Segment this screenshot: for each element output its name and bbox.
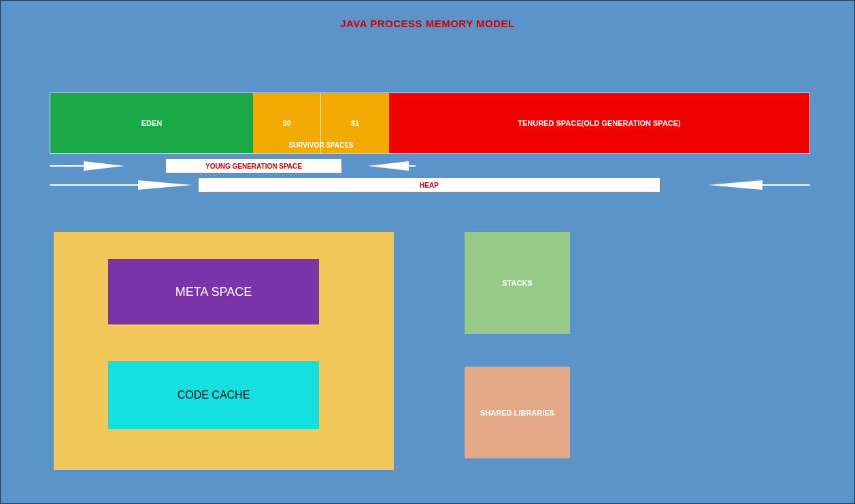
tenured-space: TENURED SPACE(OLD GENERATION SPACE) [389,93,809,153]
survivor-spaces-label: SURVIVOR SPACES [253,141,389,149]
eden-space: EDEN [50,93,253,153]
ribbon-line [759,184,810,186]
ribbon-tail [708,180,762,190]
survivor-spaces: S0 S1 SURVIVOR SPACES [253,93,389,153]
heap-label: HEAP [198,178,660,192]
ribbon-tail [138,180,192,190]
ribbon-line [50,165,84,167]
meta-space: META SPACE [108,259,319,324]
diagram-title: JAVA PROCESS MEMORY MODEL [1,18,854,29]
shared-libraries: SHARED LIBRARIES [465,367,570,458]
code-cache: CODE CACHE [108,361,319,429]
young-generation-banner: YOUNG GENERATION SPACE [50,158,388,173]
ribbon-tail [84,161,124,171]
young-generation-label: YOUNG GENERATION SPACE [165,158,342,173]
stacks: STACKS [465,232,570,334]
heap-row: EDEN S0 S1 SURVIVOR SPACES TENURED SPACE… [50,93,810,154]
heap-banner: HEAP [50,178,810,192]
ribbon-line [50,184,138,186]
ribbon-tail [368,161,409,171]
ribbon-line [409,165,416,167]
nonheap-area: META SPACE CODE CACHE [54,232,394,470]
